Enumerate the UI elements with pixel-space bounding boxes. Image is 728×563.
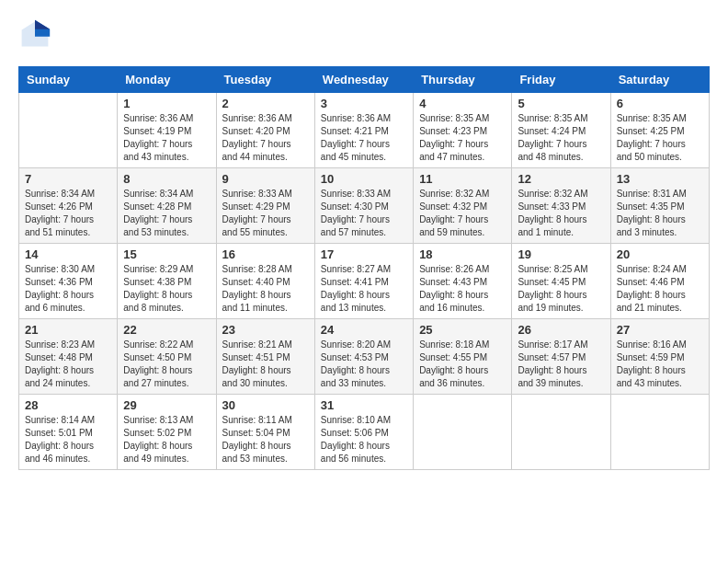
- day-detail: Sunrise: 8:14 AMSunset: 5:01 PMDaylight:…: [25, 414, 111, 465]
- day-number: 4: [419, 97, 506, 110]
- calendar-cell: 28 Sunrise: 8:14 AMSunset: 5:01 PMDaylig…: [19, 395, 118, 470]
- calendar-cell: 6 Sunrise: 8:35 AMSunset: 4:25 PMDayligh…: [610, 93, 709, 168]
- calendar-cell: 23 Sunrise: 8:21 AMSunset: 4:51 PMDaylig…: [216, 319, 314, 395]
- day-detail: Sunrise: 8:13 AMSunset: 5:02 PMDaylight:…: [123, 414, 210, 465]
- day-detail: Sunrise: 8:32 AMSunset: 4:32 PMDaylight:…: [419, 188, 506, 239]
- day-number: 9: [222, 172, 309, 186]
- svg-marker-2: [35, 20, 50, 29]
- calendar-cell: 13 Sunrise: 8:31 AMSunset: 4:35 PMDaylig…: [610, 168, 709, 244]
- calendar-cell: 30 Sunrise: 8:11 AMSunset: 5:04 PMDaylig…: [216, 395, 314, 470]
- day-detail: Sunrise: 8:20 AMSunset: 4:53 PMDaylight:…: [321, 339, 407, 390]
- day-detail: Sunrise: 8:36 AMSunset: 4:21 PMDaylight:…: [321, 112, 407, 164]
- day-detail: Sunrise: 8:22 AMSunset: 4:50 PMDaylight:…: [123, 339, 210, 390]
- day-detail: Sunrise: 8:32 AMSunset: 4:33 PMDaylight:…: [518, 188, 604, 239]
- calendar-cell: 20 Sunrise: 8:24 AMSunset: 4:46 PMDaylig…: [610, 244, 709, 319]
- column-header-wednesday: Wednesday: [314, 67, 413, 93]
- day-detail: Sunrise: 8:11 AMSunset: 5:04 PMDaylight:…: [222, 414, 309, 465]
- calendar-week-3: 14 Sunrise: 8:30 AMSunset: 4:36 PMDaylig…: [19, 244, 710, 319]
- calendar-cell: 12 Sunrise: 8:32 AMSunset: 4:33 PMDaylig…: [512, 168, 610, 244]
- day-detail: Sunrise: 8:25 AMSunset: 4:45 PMDaylight:…: [518, 263, 604, 315]
- day-detail: Sunrise: 8:35 AMSunset: 4:23 PMDaylight:…: [419, 112, 506, 164]
- calendar-week-2: 7 Sunrise: 8:34 AMSunset: 4:26 PMDayligh…: [19, 168, 710, 244]
- calendar-cell: 7 Sunrise: 8:34 AMSunset: 4:26 PMDayligh…: [19, 168, 118, 244]
- calendar-cell: 2 Sunrise: 8:36 AMSunset: 4:20 PMDayligh…: [216, 93, 314, 168]
- calendar-cell: 3 Sunrise: 8:36 AMSunset: 4:21 PMDayligh…: [314, 93, 413, 168]
- day-detail: Sunrise: 8:36 AMSunset: 4:19 PMDaylight:…: [123, 112, 210, 164]
- calendar-table: SundayMondayTuesdayWednesdayThursdayFrid…: [18, 66, 710, 470]
- day-number: 17: [321, 247, 407, 261]
- calendar-cell: 31 Sunrise: 8:10 AMSunset: 5:06 PMDaylig…: [314, 395, 413, 470]
- day-detail: Sunrise: 8:34 AMSunset: 4:28 PMDaylight:…: [123, 188, 210, 239]
- day-number: 8: [123, 172, 210, 186]
- day-number: 7: [25, 172, 111, 186]
- day-number: 23: [222, 323, 309, 337]
- calendar-cell: 4 Sunrise: 8:35 AMSunset: 4:23 PMDayligh…: [414, 93, 512, 168]
- day-number: 28: [25, 398, 111, 412]
- column-header-thursday: Thursday: [414, 67, 512, 93]
- day-number: 24: [321, 323, 407, 337]
- day-number: 3: [321, 97, 407, 110]
- day-detail: Sunrise: 8:26 AMSunset: 4:43 PMDaylight:…: [419, 263, 506, 315]
- page-header: [18, 18, 710, 52]
- calendar-cell: 29 Sunrise: 8:13 AMSunset: 5:02 PMDaylig…: [118, 395, 216, 470]
- day-number: 22: [123, 323, 210, 337]
- day-number: 13: [617, 172, 703, 186]
- day-number: 29: [123, 398, 210, 412]
- day-detail: Sunrise: 8:33 AMSunset: 4:30 PMDaylight:…: [321, 188, 407, 239]
- day-number: 26: [518, 323, 604, 337]
- day-detail: Sunrise: 8:18 AMSunset: 4:55 PMDaylight:…: [419, 339, 506, 390]
- calendar-cell: 27 Sunrise: 8:16 AMSunset: 4:59 PMDaylig…: [610, 319, 709, 395]
- calendar-cell: 9 Sunrise: 8:33 AMSunset: 4:29 PMDayligh…: [216, 168, 314, 244]
- day-number: 12: [518, 172, 604, 186]
- day-number: 5: [518, 97, 604, 110]
- day-detail: Sunrise: 8:29 AMSunset: 4:38 PMDaylight:…: [123, 263, 210, 315]
- day-number: 14: [25, 247, 111, 261]
- day-detail: Sunrise: 8:34 AMSunset: 4:26 PMDaylight:…: [25, 188, 111, 239]
- day-detail: Sunrise: 8:10 AMSunset: 5:06 PMDaylight:…: [321, 414, 407, 465]
- calendar-cell: 22 Sunrise: 8:22 AMSunset: 4:50 PMDaylig…: [118, 319, 216, 395]
- day-number: 1: [123, 97, 210, 110]
- column-header-saturday: Saturday: [610, 67, 709, 93]
- calendar-cell: 1 Sunrise: 8:36 AMSunset: 4:19 PMDayligh…: [118, 93, 216, 168]
- calendar-cell: [512, 395, 610, 470]
- calendar-cell: 26 Sunrise: 8:17 AMSunset: 4:57 PMDaylig…: [512, 319, 610, 395]
- column-header-tuesday: Tuesday: [216, 67, 314, 93]
- calendar-cell: 5 Sunrise: 8:35 AMSunset: 4:24 PMDayligh…: [512, 93, 610, 168]
- day-detail: Sunrise: 8:16 AMSunset: 4:59 PMDaylight:…: [617, 339, 703, 390]
- day-number: 6: [617, 97, 703, 110]
- calendar-cell: 15 Sunrise: 8:29 AMSunset: 4:38 PMDaylig…: [118, 244, 216, 319]
- day-number: 16: [222, 247, 309, 261]
- day-detail: Sunrise: 8:24 AMSunset: 4:46 PMDaylight:…: [617, 263, 703, 315]
- calendar-cell: 18 Sunrise: 8:26 AMSunset: 4:43 PMDaylig…: [414, 244, 512, 319]
- column-header-monday: Monday: [118, 67, 216, 93]
- day-detail: Sunrise: 8:35 AMSunset: 4:25 PMDaylight:…: [617, 112, 703, 164]
- day-number: 10: [321, 172, 407, 186]
- calendar-cell: [610, 395, 709, 470]
- calendar-cell: 21 Sunrise: 8:23 AMSunset: 4:48 PMDaylig…: [19, 319, 118, 395]
- day-detail: Sunrise: 8:21 AMSunset: 4:51 PMDaylight:…: [222, 339, 309, 390]
- calendar-cell: [19, 93, 118, 168]
- calendar-header-row: SundayMondayTuesdayWednesdayThursdayFrid…: [19, 67, 710, 93]
- day-number: 2: [222, 97, 309, 110]
- day-number: 11: [419, 172, 506, 186]
- calendar-cell: 10 Sunrise: 8:33 AMSunset: 4:30 PMDaylig…: [314, 168, 413, 244]
- day-detail: Sunrise: 8:35 AMSunset: 4:24 PMDaylight:…: [518, 112, 604, 164]
- day-detail: Sunrise: 8:31 AMSunset: 4:35 PMDaylight:…: [617, 188, 703, 239]
- logo: [18, 18, 55, 52]
- calendar-cell: 17 Sunrise: 8:27 AMSunset: 4:41 PMDaylig…: [314, 244, 413, 319]
- day-number: 31: [321, 398, 407, 412]
- logo-icon: [18, 18, 51, 52]
- day-number: 19: [518, 247, 604, 261]
- column-header-sunday: Sunday: [19, 67, 118, 93]
- calendar-cell: 11 Sunrise: 8:32 AMSunset: 4:32 PMDaylig…: [414, 168, 512, 244]
- calendar-cell: 25 Sunrise: 8:18 AMSunset: 4:55 PMDaylig…: [414, 319, 512, 395]
- day-detail: Sunrise: 8:28 AMSunset: 4:40 PMDaylight:…: [222, 263, 309, 315]
- day-number: 15: [123, 247, 210, 261]
- day-number: 30: [222, 398, 309, 412]
- day-detail: Sunrise: 8:36 AMSunset: 4:20 PMDaylight:…: [222, 112, 309, 164]
- calendar-week-1: 1 Sunrise: 8:36 AMSunset: 4:19 PMDayligh…: [19, 93, 710, 168]
- calendar-cell: [414, 395, 512, 470]
- calendar-cell: 19 Sunrise: 8:25 AMSunset: 4:45 PMDaylig…: [512, 244, 610, 319]
- day-number: 27: [617, 323, 703, 337]
- day-detail: Sunrise: 8:17 AMSunset: 4:57 PMDaylight:…: [518, 339, 604, 390]
